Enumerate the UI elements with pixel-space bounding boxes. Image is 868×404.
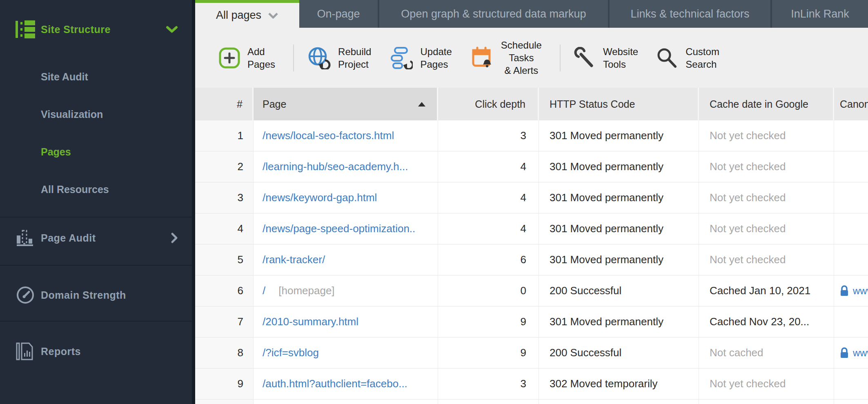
cache-date-cell: Not yet checked (699, 120, 834, 151)
tab-open-graph[interactable]: Open graph & structured data markup (379, 0, 608, 28)
canonical-link[interactable]: www (853, 285, 868, 297)
tab-bar: All pages On-page Open graph & structure… (195, 0, 868, 28)
page-link[interactable]: /?icf=svblog (263, 346, 319, 359)
update-pages-button[interactable]: Update Pages (389, 45, 452, 71)
canonical-cell (834, 182, 868, 213)
row-number: 1 (195, 120, 254, 151)
cache-date-cell: Cached Nov 23, 20... (699, 306, 834, 337)
click-depth-cell: 3 (438, 368, 539, 399)
page-link[interactable]: /learning-hub/seo-academy.h... (263, 160, 408, 173)
sidebar-item-reports[interactable]: Reports (0, 338, 192, 364)
http-status-cell: 301 Moved permanently (539, 244, 699, 275)
sidebar-item-label-active: Pages (41, 146, 71, 158)
table-row[interactable]: 9 /auth.html?authclient=facebo... 3 302 … (195, 368, 868, 400)
sidebar-item-site-audit[interactable]: Site Audit (0, 64, 192, 90)
page-link[interactable]: /news/keyword-gap.html (263, 191, 377, 204)
reports-icon (14, 342, 37, 361)
search-icon (656, 47, 678, 69)
sidebar-item-visualization[interactable]: Visualization (0, 101, 192, 127)
site-structure-icon (14, 20, 37, 39)
http-status-cell: 301 Moved permanently (539, 306, 699, 337)
table-row[interactable]: 7 /2010-summary.html 9 301 Moved permane… (195, 306, 868, 337)
sidebar-item-page-audit[interactable]: Page Audit (0, 225, 192, 251)
page-link[interactable]: /news/page-speed-optimization.. (263, 222, 415, 235)
column-header-num[interactable]: # (195, 88, 254, 120)
column-header-canonical[interactable]: Canonical URL (834, 88, 868, 120)
button-label: Add Pages (247, 45, 275, 71)
row-number: 5 (195, 244, 254, 275)
sidebar-item-label: All Resources (41, 184, 109, 195)
rebuild-project-button[interactable]: Rebuild Project (307, 45, 371, 71)
tab-label: Links & technical factors (630, 8, 749, 20)
http-status-cell: 200 Successful (539, 275, 699, 306)
table-row[interactable]: 8 /?icf=svblog 9 200 Successful Not cach… (195, 337, 868, 368)
cache-date-cell: Not yet checked (699, 213, 834, 244)
page-cell: /auth.html?authclient=facebo... (254, 368, 438, 399)
button-label: Website Tools (603, 45, 638, 71)
page-audit-icon (14, 229, 37, 247)
lock-icon (840, 285, 849, 297)
column-header-cache-date[interactable]: Cache date in Google (699, 88, 834, 120)
canonical-cell (834, 368, 868, 399)
website-tools-button[interactable]: Website Tools (574, 45, 638, 71)
column-header-click-depth[interactable]: Click depth (438, 88, 539, 120)
custom-search-button[interactable]: Custom Search (656, 45, 719, 71)
page-cell: /news/local-seo-factors.html (254, 120, 438, 151)
click-depth-cell: 4 (438, 182, 539, 213)
cache-date-cell: Not yet checked (699, 368, 834, 399)
cache-date-cell: Cached Jan 10, 2021 (699, 275, 834, 306)
http-status-cell: 200 Successful (539, 337, 699, 368)
canonical-cell: www (834, 337, 868, 368)
click-depth-cell: 9 (438, 306, 539, 337)
table-row[interactable]: 6 / [homepage] 0 200 Successful Cached J… (195, 275, 868, 306)
pages-table: # Page Click depth HTTP Status Code Cach… (195, 88, 868, 404)
sidebar-item-site-structure[interactable]: Site Structure (0, 16, 192, 42)
schedule-tasks-alerts-icon (470, 46, 494, 70)
column-header-http-status[interactable]: HTTP Status Code (539, 88, 699, 120)
toolbar-separator (293, 44, 294, 71)
tab-links-technical[interactable]: Links & technical factors (610, 0, 770, 28)
tab-all-pages[interactable]: All pages (195, 0, 299, 28)
page-link[interactable]: /news/local-seo-factors.html (263, 129, 394, 142)
column-header-page[interactable]: Page (254, 88, 438, 120)
sidebar-item-label: Domain Strength (41, 289, 126, 301)
canonical-cell (834, 213, 868, 244)
tab-inlink-rank[interactable]: InLink Rank (772, 0, 868, 28)
sidebar-item-pages[interactable]: Pages (0, 139, 192, 165)
add-pages-button[interactable]: Add Pages (219, 45, 275, 71)
table-header-row: # Page Click depth HTTP Status Code Cach… (195, 88, 868, 120)
click-depth-cell: 6 (438, 244, 539, 275)
schedule-tasks-button[interactable]: Schedule Tasks & Alerts (470, 39, 542, 77)
table-row[interactable]: 1 /news/local-seo-factors.html 3 301 Mov… (195, 120, 868, 151)
page-cell: /news/page-speed-optimization.. (254, 213, 438, 244)
table-row[interactable]: 3 /news/keyword-gap.html 4 301 Moved per… (195, 182, 868, 213)
cache-date-cell: Not cached (699, 337, 834, 368)
page-link[interactable]: /2010-summary.html (263, 315, 358, 328)
click-depth-cell: 3 (438, 120, 539, 151)
table-row[interactable]: 4 /news/page-speed-optimization.. 4 301 … (195, 213, 868, 244)
cache-date-cell: Not yet checked (699, 151, 834, 182)
sidebar-item-domain-strength[interactable]: Domain Strength (0, 282, 192, 308)
page-cell: / [homepage] (254, 275, 438, 306)
cache-date-cell: Not yet checked (699, 244, 834, 275)
http-status-cell: 301 Moved permanently (539, 120, 699, 151)
table-row[interactable]: 2 /learning-hub/seo-academy.h... 4 301 M… (195, 151, 868, 182)
sidebar: Site Structure Site Audit Visualization … (0, 0, 195, 404)
page-link[interactable]: /rank-tracker/ (263, 253, 325, 266)
button-label: Update Pages (420, 45, 452, 71)
canonical-cell (834, 244, 868, 275)
add-pages-icon (219, 47, 240, 69)
chevron-down-icon[interactable] (268, 12, 278, 19)
tab-on-page[interactable]: On-page (299, 0, 378, 28)
table-row[interactable]: 5 /rank-tracker/ 6 301 Moved permanently… (195, 244, 868, 275)
canonical-link[interactable]: www (853, 347, 868, 359)
click-depth-cell: 9 (438, 337, 539, 368)
page-link[interactable]: / (263, 284, 265, 297)
sidebar-divider (0, 217, 192, 218)
lock-icon (840, 347, 849, 359)
button-label: Schedule Tasks & Alerts (501, 39, 542, 77)
sidebar-item-all-resources[interactable]: All Resources (0, 176, 192, 202)
page-link[interactable]: /auth.html?authclient=facebo... (263, 377, 407, 390)
toolbar-separator (560, 44, 561, 71)
row-number: 4 (195, 213, 254, 244)
